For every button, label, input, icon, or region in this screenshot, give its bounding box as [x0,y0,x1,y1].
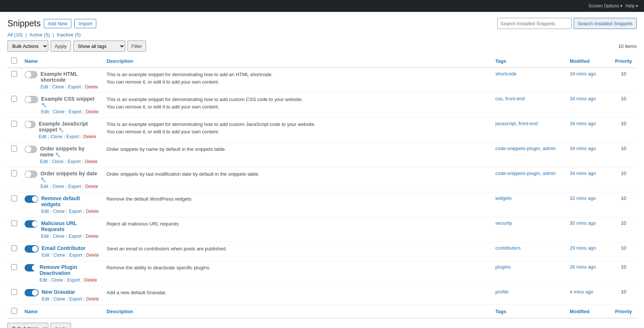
row-checkbox[interactable] [11,220,17,226]
row-export-link[interactable]: Export [68,84,81,90]
row-edit-link[interactable]: Edit [41,234,49,239]
snippet-name[interactable]: Example JavaScript snippet 🔧 [39,121,99,133]
modified-link[interactable]: 4 mins ago [570,289,593,295]
tag-link[interactable]: css, front-end [495,96,525,101]
row-edit-link[interactable]: Edit [41,109,49,114]
row-edit-link[interactable]: Edit [39,277,47,283]
row-export-link[interactable]: Export [67,277,80,283]
import-button[interactable]: Import [74,19,96,28]
tag-link[interactable]: javascript, front-end [495,121,538,126]
row-delete-link[interactable]: Delete [85,159,98,164]
row-export-link[interactable]: Export [69,296,82,302]
row-checkbox[interactable] [11,195,17,201]
col-footer-name[interactable]: Name [21,305,103,318]
row-edit-link[interactable]: Edit [40,159,48,164]
snippet-name[interactable]: Example CSS snippet 🔧 [41,96,99,108]
row-edit-link[interactable]: Edit [39,134,46,139]
row-export-link[interactable]: Export [67,134,80,139]
row-checkbox[interactable] [11,96,17,102]
row-delete-link[interactable]: Delete [85,184,98,189]
bottom-apply-button[interactable]: Apply [51,323,71,328]
row-clone-link[interactable]: Clone [54,296,65,302]
row-clone-link[interactable]: Clone [53,234,64,239]
modified-link[interactable]: 29 mins ago [570,245,596,251]
row-edit-link[interactable]: Edit [41,209,49,214]
add-new-button[interactable]: Add New [44,19,72,28]
snippet-name[interactable]: Remove default widgets [41,195,99,207]
row-checkbox[interactable] [11,121,17,127]
select-all-footer-checkbox[interactable] [11,308,17,314]
row-edit-link[interactable]: Edit [42,296,49,302]
toggle-switch[interactable] [25,71,38,78]
row-export-link[interactable]: Export [68,184,81,189]
snippet-name[interactable]: Remove Plugin Deactivation [39,264,99,276]
tag-link[interactable]: contributors [495,245,521,251]
apply-button[interactable]: Apply [51,40,71,52]
snippet-name[interactable]: Email Contributor [42,245,99,251]
toggle-switch[interactable] [25,220,38,228]
filter-button[interactable]: Filter [127,40,146,52]
row-edit-link[interactable]: Edit [41,184,48,189]
snippet-name[interactable]: New Gravatar [42,289,99,295]
filter-all-link[interactable]: All (10) [7,32,23,38]
screen-options-button[interactable]: Screen Options ▾ [589,3,623,9]
row-checkbox[interactable] [11,146,17,152]
toggle-switch[interactable] [25,146,37,153]
row-clone-link[interactable]: Clone [51,134,62,139]
row-checkbox[interactable] [11,289,17,295]
row-clone-link[interactable]: Clone [52,159,64,164]
row-export-link[interactable]: Export [69,209,82,214]
select-all-checkbox[interactable] [11,58,17,64]
row-delete-link[interactable]: Delete [86,234,99,239]
toggle-switch[interactable] [25,245,39,253]
search-input[interactable] [497,18,572,29]
row-checkbox[interactable] [11,245,17,251]
tag-link[interactable]: code-snippets-plugin, admin [495,146,556,151]
row-delete-link[interactable]: Delete [86,296,99,302]
row-clone-link[interactable]: Clone [52,84,64,90]
row-clone-link[interactable]: Clone [52,184,64,189]
tag-link[interactable]: widgets [495,195,512,201]
search-button[interactable]: Search Installed Snippets [574,18,637,29]
toggle-switch[interactable] [25,264,36,272]
row-delete-link[interactable]: Delete [86,209,99,214]
snippet-name[interactable]: Malicious URL Requests [41,220,99,232]
row-edit-link[interactable]: Edit [42,253,49,258]
row-checkbox[interactable] [11,264,17,270]
row-export-link[interactable]: Export [69,234,82,239]
modified-link[interactable]: 26 mins ago [570,264,596,270]
snippet-name[interactable]: Order snippets by date 🔧 [41,171,99,182]
tag-link[interactable]: profile [495,289,508,295]
row-export-link[interactable]: Export [69,253,82,258]
toggle-switch[interactable] [25,121,36,128]
col-footer-modified[interactable]: Modified [566,305,611,318]
filter-active-link[interactable]: Active (5) [29,32,50,38]
filter-inactive-link[interactable]: Inactive (5) [57,32,81,38]
snippet-name[interactable]: Order snippets by name 🔧 [40,146,99,157]
row-export-link[interactable]: Export [69,109,82,114]
toggle-switch[interactable] [25,195,38,203]
snippet-name[interactable]: Example HTML shortcode [41,71,99,83]
row-checkbox[interactable] [11,171,17,176]
toggle-switch[interactable] [25,171,38,178]
modified-link[interactable]: 34 mins ago [570,171,596,176]
modified-link[interactable]: 34 mins ago [570,71,596,77]
row-clone-link[interactable]: Clone [54,253,65,258]
row-delete-link[interactable]: Delete [86,253,99,258]
tag-link[interactable]: security [495,220,512,226]
toggle-switch[interactable] [25,96,38,103]
tag-link[interactable]: code-snippets-plugin, admin [495,171,556,176]
modified-link[interactable]: 34 mins ago [570,146,596,151]
bottom-bulk-actions-select[interactable]: Bulk Actions [7,323,48,328]
col-header-name[interactable]: Name [21,55,103,68]
toggle-switch[interactable] [25,289,39,296]
row-checkbox[interactable] [11,71,17,77]
row-delete-link[interactable]: Delete [83,134,96,139]
tag-link[interactable]: plugins [495,264,511,270]
modified-link[interactable]: 34 mins ago [570,96,596,101]
row-export-link[interactable]: Export [68,159,81,164]
row-clone-link[interactable]: Clone [53,209,65,214]
tag-link[interactable]: shortcode [495,71,517,77]
row-clone-link[interactable]: Clone [51,277,63,283]
bulk-actions-select[interactable]: Bulk Actions [7,40,48,52]
